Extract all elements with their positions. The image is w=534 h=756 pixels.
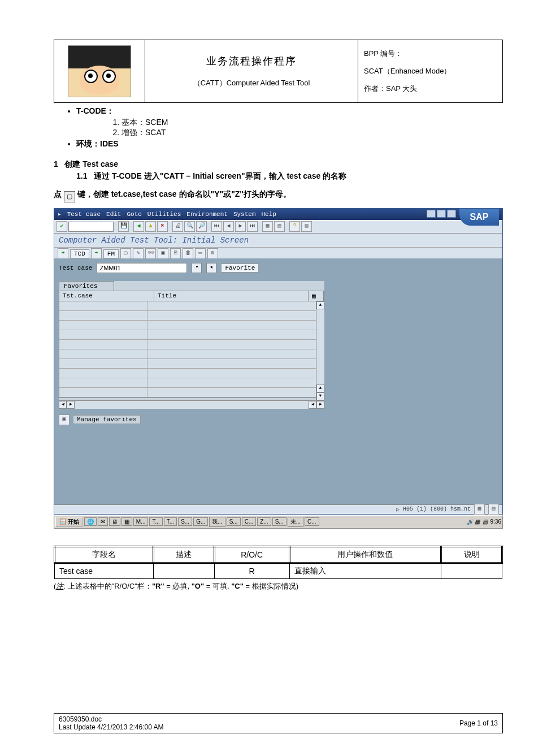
th-action: 用户操作和数值 <box>289 546 441 563</box>
task-6[interactable]: 我... <box>209 517 225 527</box>
other-icon[interactable]: ▣ <box>158 248 168 259</box>
menu-edit[interactable]: Edit <box>106 211 121 218</box>
instruction-paragraph: 点 ▢ 键，创建 tet.case,test case 的命名以"Y"或"Z"打… <box>54 187 503 202</box>
scroll-up2-icon[interactable]: ▲ <box>316 385 324 392</box>
tcd-button[interactable]: TCD <box>70 249 89 258</box>
footer-page: Page 1 of 13 <box>459 719 498 727</box>
scroll-right2-icon[interactable]: ▶ <box>316 401 324 409</box>
start-button[interactable]: 🪟 开始 <box>55 517 83 527</box>
copy-icon[interactable]: ⎘ <box>170 248 181 259</box>
task-10[interactable]: S... <box>272 517 286 526</box>
task-3[interactable]: T... <box>164 517 177 526</box>
scroll-up-icon[interactable]: ▲ <box>316 301 324 309</box>
test-icon[interactable]: ⚙ <box>207 248 218 259</box>
menu-icon[interactable]: ▸ <box>58 210 62 218</box>
find-next-icon[interactable]: 🔎 <box>196 221 207 232</box>
menu-environment[interactable]: Environment <box>186 211 228 218</box>
menu-system[interactable]: System <box>233 211 256 218</box>
sap-toolbar: ✔ 💾 ◀ ▲ ✖ 🖨 🔍 🔎 ⏮ ◀ ▶ ⏭ ▦ ▤ <box>54 220 502 234</box>
enter-icon[interactable]: ✔ <box>57 221 67 232</box>
back-icon[interactable]: ◀ <box>133 221 144 232</box>
delete-icon[interactable]: 🗑 <box>183 248 193 259</box>
execute2-icon[interactable]: ➜ <box>91 248 102 259</box>
help-icon[interactable]: ? <box>289 221 300 232</box>
minimize-icon[interactable] <box>427 210 436 218</box>
print-icon[interactable]: 🖨 <box>172 221 183 232</box>
manage-icon[interactable]: ▣ <box>59 414 70 425</box>
footer-update: Last Update 4/21/2013 2:46:00 AM <box>59 723 163 731</box>
change-icon[interactable]: ✎ <box>133 248 144 259</box>
favorites-header: Tst.case Title ▦ <box>59 291 324 301</box>
horizontal-scrollbar[interactable]: ◀ ▶ ◀ ▶ <box>59 400 324 409</box>
save-icon[interactable]: 💾 <box>118 221 129 232</box>
task-7[interactable]: S... <box>227 517 241 526</box>
status-icon1[interactable]: ▦ <box>474 504 485 515</box>
maximize-icon[interactable] <box>437 210 446 218</box>
task-2[interactable]: T... <box>149 517 162 526</box>
menu-goto[interactable]: Goto <box>127 211 141 218</box>
create-session-icon[interactable]: ▦ <box>262 221 273 232</box>
scroll-left-icon[interactable]: ◀ <box>59 401 67 409</box>
subsection: 1.1 通过 T-CODE 进入"CATT – Initial screen"界… <box>76 170 503 183</box>
task-12[interactable]: C... <box>305 517 319 526</box>
scroll-right-icon[interactable]: ◀ <box>309 401 316 409</box>
windows-taskbar: 🪟 开始 🌐 ✉ 🖥 ▦ M... T... T... S... G... 我.… <box>54 515 503 529</box>
task-8[interactable]: C... <box>242 517 257 526</box>
meta-cell: BPP 编号： SCAT（Enhanced Mode） 作者：SAP 大头 <box>358 40 502 102</box>
tray-icon2[interactable]: ▦ <box>475 519 481 525</box>
fm-button[interactable]: FM <box>103 249 119 258</box>
find-icon[interactable]: 🔍 <box>184 221 195 232</box>
manage-favorites-button[interactable]: Manage favorites <box>73 415 141 424</box>
title-cell: 业务流程操作程序 （CATT）Computer Aided Test Tool <box>145 40 358 102</box>
f4-help-icon[interactable]: ▾ <box>192 263 202 273</box>
close-icon[interactable] <box>447 210 456 218</box>
task-5[interactable]: G... <box>193 517 208 526</box>
td-roc: R <box>214 563 289 578</box>
tray-icon[interactable]: 🔊 <box>467 519 474 525</box>
favorites-tab[interactable]: Favorites <box>59 281 114 291</box>
task-9[interactable]: Z... <box>257 517 271 526</box>
last-page-icon[interactable]: ⏭ <box>247 221 258 232</box>
sap-screenshot: ▸ Test case Edit Goto Utilities Environm… <box>54 208 503 515</box>
sap-statusbar: ▷ H05 (1) (800) hsm_nt ▦ ▤ <box>54 504 502 514</box>
execute-icon[interactable]: ➜ <box>58 248 68 259</box>
menu-testcase[interactable]: Test case <box>67 211 101 218</box>
quick-outlook-icon[interactable]: ✉ <box>98 517 108 526</box>
quick-ie-icon[interactable]: 🌐 <box>84 517 97 526</box>
logo-cell <box>54 40 145 102</box>
author: 作者：SAP 大头 <box>364 84 497 94</box>
layout-icon[interactable]: ▥ <box>301 221 312 232</box>
status-icon2[interactable]: ▤ <box>488 504 499 515</box>
cancel-icon[interactable]: ✖ <box>157 221 168 232</box>
col-title: Title <box>154 291 309 301</box>
th-roc: R/O/C <box>214 546 289 563</box>
prev-page-icon[interactable]: ◀ <box>223 221 234 232</box>
scroll-down-icon[interactable]: ▼ <box>316 392 324 400</box>
quick-app-icon[interactable]: ▦ <box>121 517 132 526</box>
quick-desktop-icon[interactable]: 🖥 <box>109 517 120 526</box>
favorite-add-icon[interactable]: ★ <box>206 263 216 273</box>
tray-icon3[interactable]: ▤ <box>483 519 489 525</box>
task-11[interactable]: 未... <box>288 517 303 527</box>
col-config-icon[interactable]: ▦ <box>309 291 324 301</box>
command-field[interactable] <box>68 222 114 232</box>
favorite-button[interactable]: Favorite <box>221 263 259 273</box>
td-desc <box>153 563 214 578</box>
exit-icon[interactable]: ▲ <box>145 221 156 232</box>
display-icon[interactable]: 👓 <box>145 248 156 259</box>
vertical-scrollbar[interactable]: ▲ ▲ ▼ <box>316 301 324 400</box>
field-table: 字段名 描述 R/O/C 用户操作和数值 说明 Test case R 直接输入 <box>54 546 503 579</box>
scroll-left2-icon[interactable]: ▶ <box>67 401 75 409</box>
task-4[interactable]: S... <box>178 517 192 526</box>
first-page-icon[interactable]: ⏮ <box>211 221 222 232</box>
shortcut-icon[interactable]: ▤ <box>274 221 285 232</box>
rename-icon[interactable]: ▭ <box>195 248 206 259</box>
sap-logo: SAP <box>459 209 499 226</box>
testcase-input[interactable] <box>97 263 187 273</box>
task-1[interactable]: M... <box>133 517 149 526</box>
create-icon[interactable]: ▢ <box>120 248 131 259</box>
menu-help[interactable]: Help <box>262 211 276 218</box>
scat-mode: SCAT（Enhanced Mode） <box>364 66 497 76</box>
next-page-icon[interactable]: ▶ <box>235 221 246 232</box>
menu-utilities[interactable]: Utilities <box>147 211 181 218</box>
